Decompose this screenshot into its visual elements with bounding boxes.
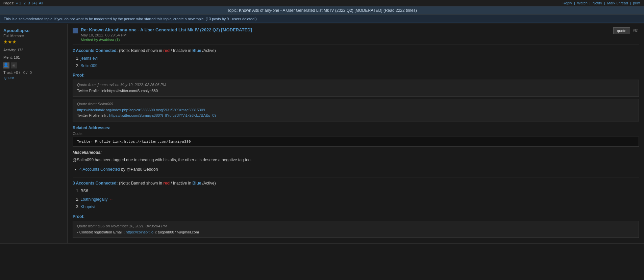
list-item: 1. BS6	[76, 188, 639, 195]
author-icons: 👤 ✉	[3, 62, 64, 68]
topic-title-bar: Topic: Known Alts of any-one - A User Ge…	[0, 6, 644, 15]
bullet-list: 4 Accounts Connected by @Pandu Geddon	[73, 166, 639, 173]
post-content: Re: Known Alts of any-one - A User Gener…	[68, 24, 644, 243]
related-addresses: Related Addresses:	[73, 125, 639, 130]
watch-link[interactable]: Watch	[577, 1, 588, 5]
section2-header: 3 Accounts Connected:	[73, 181, 118, 186]
accounts-connected-header-2: 3 Accounts Connected: (Note: Banned show…	[73, 181, 639, 186]
note2-inactive: Inactive in	[173, 181, 192, 186]
merit-text: Merited by	[81, 38, 98, 42]
account-jeams-evil[interactable]: jeams evil	[80, 56, 98, 61]
reply-link[interactable]: Reply	[563, 1, 572, 5]
activity-label: Activity:	[3, 48, 16, 52]
post-title: Re: Known Alts of any-one - A User Gener…	[81, 27, 252, 32]
proof-label-1: Proof:	[73, 73, 639, 78]
red-arrow-icon: ←	[109, 196, 114, 202]
account2-num-2: 2.	[76, 197, 80, 202]
topic-title: Topic: Known Alts of any-one - A User Ge…	[227, 8, 417, 13]
by-text: by @Pandu Geddon	[121, 167, 158, 172]
ignore-link[interactable]: Ignore	[3, 76, 14, 80]
top-right-actions: Reply | Watch | Notify | Mark unread | p…	[562, 1, 641, 5]
quote-from-3: Quote from: BS6 on November 16, 2021, 04…	[77, 224, 635, 228]
list-item: 1. jeams evil	[76, 55, 639, 62]
quote-block-2: Quote from: Selim009 https://bitcointalk…	[73, 99, 639, 121]
author-icon-msg: ✉	[11, 62, 17, 68]
account2-num-3: 3.	[76, 204, 80, 209]
post-merit: Merited by Awaklara (1)	[81, 38, 252, 42]
list-item: 3. Khoprivi	[76, 203, 639, 211]
accounts-connected-link[interactable]: 4 Accounts Connected	[79, 167, 120, 172]
accounts-connected-header-1: 2 Accounts Connected: (Note: Banned show…	[73, 48, 639, 53]
author-activity: Activity: 173	[3, 47, 64, 53]
note-text: (Note: Banned shown in	[119, 48, 163, 53]
list-item: 2. Loathinglegally ←	[76, 195, 639, 203]
account-num-1: 1.	[76, 56, 80, 61]
post-number: #61	[633, 29, 639, 33]
merit-by-link[interactable]: Awaklara	[99, 38, 114, 42]
divider	[73, 177, 639, 177]
page-3[interactable]: 3	[28, 1, 30, 5]
account-khoprivi[interactable]: Khoprivi	[80, 204, 95, 209]
print-link[interactable]: print	[633, 1, 640, 5]
post-header: Re: Known Alts of any-one - A User Gener…	[73, 27, 639, 45]
code-block: Twitter Profile link:https://twitter.com…	[73, 137, 639, 147]
trust-info: Trust: +0 / =0 / -0	[3, 71, 64, 75]
quote-text-1: Twitter Profile link:https://twitter.com…	[77, 88, 635, 94]
section2-note: (Note: Banned shown in red / Inactive in…	[119, 181, 216, 186]
activity-value: 173	[17, 48, 23, 52]
post-icon	[73, 28, 78, 33]
twitter-link[interactable]: https://twitter.com/Sumaiya380?t=lIYdfq7…	[109, 113, 216, 117]
misc-text: @Salim099 has been tagged due to cheatin…	[73, 157, 639, 163]
author-merit: Merit: 161	[3, 55, 64, 61]
note-red: red	[163, 48, 170, 53]
account-list-2: 1. BS6 2. Loathinglegally ← 3. Khoprivi	[76, 188, 639, 211]
note2-red: red	[163, 181, 170, 186]
twitter-prefix: Twitter Profile link :	[77, 113, 109, 117]
moderation-notice: This is a self-moderated topic. If you d…	[0, 15, 644, 23]
pages-links[interactable]: Pages: « 1 2 3 [4] All	[3, 1, 44, 5]
account-bs6: BS6	[80, 189, 88, 193]
note2-active: /Active)	[202, 181, 216, 186]
note2-text: (Note: Banned shown in	[119, 181, 163, 186]
account-selim009[interactable]: Selim009	[80, 63, 97, 68]
pages-bar: Pages: « 1 2 3 [4] All Reply | Watch | N…	[0, 0, 644, 6]
quote-from-1: Quote from: jeams evil on May 10, 2022, …	[77, 83, 635, 87]
merit-count: (1)	[115, 38, 120, 42]
proof-label-2: Proof:	[73, 214, 639, 219]
post-container: Apocollapse Full Member ★★★ Activity: 17…	[0, 24, 644, 244]
author-name[interactable]: Apocollapse	[3, 28, 64, 33]
note-blue: Blue	[192, 48, 201, 53]
quote-from-2: Quote from: Selim009	[77, 102, 635, 106]
quote-button[interactable]: quote	[613, 27, 630, 34]
page-2[interactable]: 2	[24, 1, 26, 5]
page-1[interactable]: « 1	[16, 1, 21, 5]
note2-blue: Blue	[192, 181, 201, 186]
coinsbit-prefix: - Coinsbit registration Email:(	[77, 230, 126, 234]
post-title-block: Re: Known Alts of any-one - A User Gener…	[81, 27, 252, 42]
author-panel: Apocollapse Full Member ★★★ Activity: 17…	[0, 24, 68, 243]
author-icon-person: 👤	[3, 62, 9, 68]
post-date: May 10, 2022, 03:29:54 PM	[81, 33, 252, 37]
miscellaneous: Miscellaneous:	[73, 150, 639, 155]
coinsbit-link[interactable]: https://coinsbit.io	[126, 230, 153, 234]
post-title-area: Re: Known Alts of any-one - A User Gener…	[73, 27, 252, 42]
section1-header: 2 Accounts Connected:	[73, 48, 118, 53]
mark-unread-link[interactable]: Mark unread	[607, 1, 628, 5]
author-stars: ★★★	[3, 39, 64, 45]
page-all[interactable]: All	[39, 1, 43, 5]
merit-label: Merit:	[3, 55, 13, 59]
notify-link[interactable]: Notify	[593, 1, 602, 5]
account-loathinglegally[interactable]: Loathinglegally	[80, 197, 107, 202]
list-item: 2. Selim009	[76, 62, 639, 70]
note-active: /Active)	[202, 48, 216, 53]
author-rank: Full Member	[3, 34, 64, 38]
post-actions: quote #61	[613, 27, 639, 34]
page-4-current[interactable]: [4]	[32, 1, 36, 5]
quote-text-3: - Coinsbit registration Email:( https://…	[77, 229, 635, 235]
coinsbit-suffix: ): tuigorib0077@gmail.com	[154, 230, 199, 234]
moderation-notice-text: This is a self-moderated topic. If you d…	[4, 17, 257, 21]
account-num-2: 2.	[76, 63, 80, 68]
account-list-1: 1. jeams evil 2. Selim009	[76, 55, 639, 69]
note-inactive: Inactive in	[173, 48, 192, 53]
bitcointalk-link[interactable]: https://bitcointalk.org/index.php?topic=…	[77, 108, 205, 112]
